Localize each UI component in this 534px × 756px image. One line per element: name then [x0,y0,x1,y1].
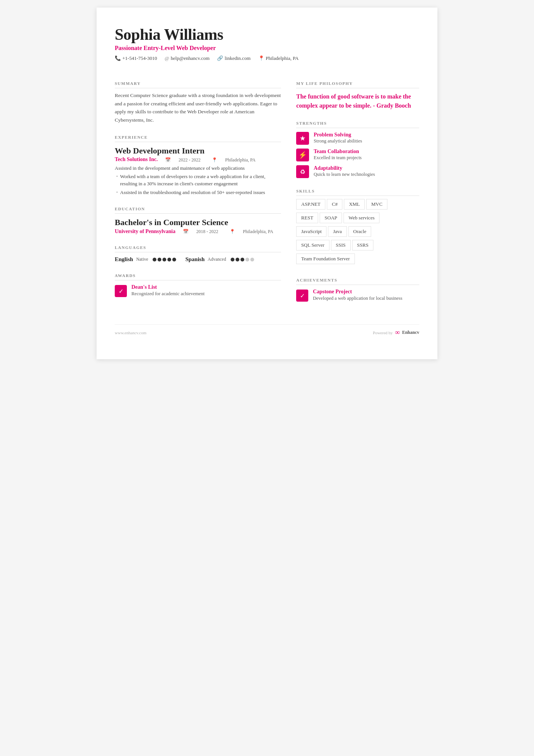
brand-name: Enhancv [402,330,419,335]
phone-icon: 📞 [115,55,121,61]
skill-tag: C# [327,199,342,210]
education-label: EDUCATION [115,207,281,214]
strength-desc: Strong analytical abilities [314,138,362,144]
page-footer: www.enhancv.com Powered by ∞ Enhancv [115,324,419,337]
achievement-item: ✓ Capstone Project Developed a web appli… [296,289,419,302]
award-item: ✓ Dean's List Recognized for academic ac… [115,284,281,297]
job-meta: 📅 2022 - 2022 📍 Philadelphia, PA [165,157,255,163]
main-layout: SUMMARY Recent Computer Science graduate… [115,70,419,302]
skill-tag: XML [344,199,365,210]
location-icon: 📍 [258,55,264,61]
location-icon-job: 📍 [212,157,217,163]
skill-row-2: REST SOAP Web services [296,213,419,225]
dot [172,258,176,261]
calendar-icon-edu: 📅 [183,229,189,235]
location-icon-edu: 📍 [230,229,235,235]
footer-website: www.enhancv.com [115,330,147,335]
language-english: English Native [115,256,176,263]
bullet-item: Assisted in the troubleshooting and reso… [115,189,281,196]
achievement-icon-wrap: ✓ [296,290,308,302]
skill-tag: ASP.NET [296,199,325,210]
achievement-title: Capstone Project [313,289,402,295]
skill-tag: JavaScript [296,226,326,237]
candidate-tagline: Passionate Entry-Level Web Developer [115,45,419,52]
skill-row-1: ASP.NET C# XML MVC [296,199,419,211]
dot [231,258,234,261]
skill-tag: SSIS [331,240,351,250]
achievement-content: Capstone Project Developed a web applica… [313,289,402,301]
dot [236,258,239,261]
contact-location: 📍 Philadelphia, PA [258,55,299,61]
skill-tag: Oracle [348,226,372,237]
edu-school: University of Pennsylvania [115,229,175,235]
edu-location: Philadelphia, PA [243,229,273,235]
contact-linkedin[interactable]: 🔗 linkedin.com [217,55,250,61]
edu-meta: 📅 2018 - 2022 📍 Philadelphia, PA [183,229,273,235]
experience-label: EXPERIENCE [115,135,281,142]
strength-desc: Quick to learn new technologies [314,172,375,177]
english-dots [153,258,176,261]
email-icon: @ [165,55,169,61]
award-content: Dean's List Recognized for academic achi… [131,284,205,297]
edu-degree: Bachelor's in Computer Science [115,218,281,227]
resume-page: Sophia Williams Passionate Entry-Level W… [97,8,437,359]
link-icon: 🔗 [217,55,223,61]
award-title: Dean's List [131,284,205,290]
company-name: Tech Solutions Inc. [115,157,158,163]
contact-phone: 📞 +1-541-754-3010 [115,55,157,61]
checkmark-icon: ✓ [300,292,305,299]
strength-team-collaboration: ⚡ Team Collaboration Excelled in team pr… [296,149,419,161]
award-description: Recognized for academic achievement [131,291,205,297]
job-description: Assisted in the development and maintena… [115,165,281,171]
powered-by-text: Powered by [373,330,393,335]
bolt-icon-wrap: ⚡ [296,149,309,161]
person-icon: ♻ [300,168,305,175]
skill-tag: SOAP [320,213,342,223]
achievements-label: ACHIEVEMENTS [296,278,419,285]
strength-content: Problem Solving Strong analytical abilit… [314,132,362,144]
checkmark-icon: ✓ [119,288,123,295]
star-icon: ★ [300,134,306,142]
skills-grid: ASP.NET C# XML MVC REST SOAP Web service… [296,199,419,267]
skill-tag: Team Foundation Server [296,254,354,264]
strength-content: Team Collaboration Excelled in team proj… [314,149,362,161]
strength-title: Team Collaboration [314,149,362,155]
strength-title: Problem Solving [314,132,362,138]
skill-tag: REST [296,213,318,223]
contact-row: 📞 +1-541-754-3010 @ help@enhancv.com 🔗 l… [115,55,419,61]
person-icon-wrap: ♻ [296,165,309,178]
header-section: Sophia Williams Passionate Entry-Level W… [115,26,419,61]
contact-email: @ help@enhancv.com [165,55,209,61]
languages-label: LANGUAGES [115,245,281,252]
candidate-name: Sophia Williams [115,26,419,43]
skill-tag: Web services [344,213,379,223]
skill-row-4: SQL Server SSIS SSRS [296,240,419,252]
strength-desc: Excelled in team projects [314,155,362,161]
languages-row: English Native Spanish Advanced [115,256,281,263]
dot [158,258,161,261]
calendar-icon: 📅 [165,157,171,163]
spanish-dots [231,258,254,261]
star-icon-wrap: ★ [296,132,309,145]
bolt-icon: ⚡ [298,151,307,159]
skill-row-5: Team Foundation Server [296,254,419,266]
dot [245,258,249,261]
footer-brand: Powered by ∞ Enhancv [373,329,419,337]
skill-tag: SSRS [352,240,373,250]
left-column: SUMMARY Recent Computer Science graduate… [115,70,281,302]
dot [167,258,171,261]
strength-problem-solving: ★ Problem Solving Strong analytical abil… [296,132,419,145]
summary-label: SUMMARY [115,81,281,88]
right-column: MY LIFE PHILOSOPHY The function of good … [296,70,419,302]
strengths-label: STRENGTHS [296,121,419,128]
dot [250,258,254,261]
dot [240,258,244,261]
job-location: Philadelphia, PA [225,157,255,163]
philosophy-text: The function of good software is to make… [296,92,419,110]
summary-text: Recent Computer Science graduate with a … [115,91,281,124]
dot [153,258,156,261]
strength-adaptability: ♻ Adaptability Quick to learn new techno… [296,165,419,178]
skill-tag: SQL Server [296,240,329,250]
job-title: Web Development Intern [115,146,281,156]
heart-icon: ∞ [395,329,400,337]
